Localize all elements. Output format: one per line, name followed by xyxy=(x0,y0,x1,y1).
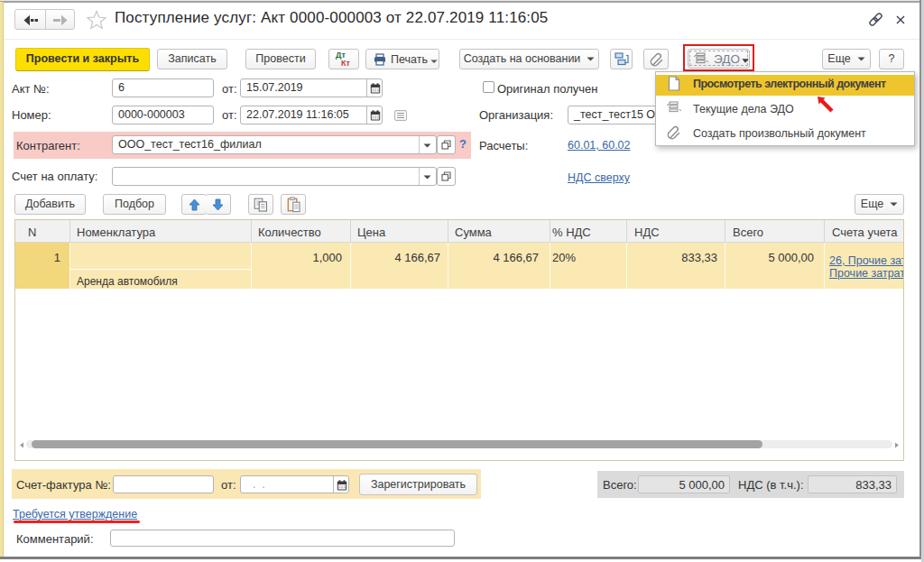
svg-text:Кт: Кт xyxy=(341,59,350,68)
